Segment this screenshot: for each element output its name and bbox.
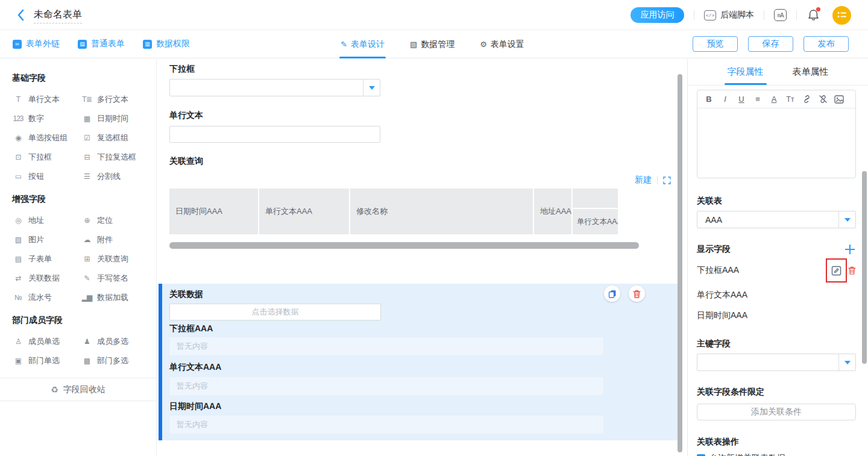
toolbar-left-item[interactable]: ▥ 数据权限 (143, 39, 190, 49)
field-library-item[interactable]: ☁ 附件 (81, 230, 149, 249)
field-type-icon: № (12, 293, 24, 302)
assoc-table-select[interactable]: AAA (697, 211, 856, 228)
field-library-item[interactable]: ◉ 单选按钮组 (12, 128, 81, 148)
code-icon: </> (704, 10, 716, 20)
field-library-item[interactable]: ◎ 地址 (12, 211, 81, 230)
field-library-item[interactable]: ✎ 手写签名 (81, 269, 149, 288)
field-library-item[interactable]: ♙ 成员单选 (12, 332, 81, 351)
save-button[interactable]: 保存 (748, 36, 793, 52)
notification-bell-button[interactable] (808, 9, 819, 21)
dropdown-caret-segment[interactable] (363, 80, 380, 96)
edit-icon[interactable] (831, 266, 841, 276)
select-caret-segment[interactable] (838, 354, 855, 370)
annotation-highlight-box (826, 258, 847, 283)
field-type-icon: T (12, 95, 24, 104)
form-title[interactable]: 未命名表单 (34, 9, 82, 23)
assoc-table-value: AAA (705, 215, 722, 225)
recycle-icon: ♻ (51, 385, 58, 395)
editor-content[interactable] (697, 108, 855, 178)
tab-form-settings[interactable]: ⚙ 表单设置 (480, 30, 524, 58)
underline-icon[interactable]: U (734, 95, 749, 104)
field-library-item[interactable]: 123 数字 (12, 109, 81, 128)
field-library-sidebar: 基础字段 T 单行文本 T≣ 多行文本 (0, 59, 157, 456)
backend-script-button[interactable]: </> 后端脚本 (704, 10, 754, 20)
separator (764, 10, 764, 20)
avatar[interactable] (832, 6, 851, 25)
assoc-data-field-card[interactable]: 关联数据 点击选择数据 下拉框AAA 暂无内容 单 (159, 284, 678, 440)
font-color-icon[interactable]: A (766, 95, 782, 104)
data-picker-input[interactable]: 点击选择数据 (169, 304, 381, 320)
separator (657, 176, 658, 184)
toolbar-left-item[interactable]: ▤ 普通表单 (78, 39, 125, 49)
field-type-icon: ◎ (12, 216, 24, 225)
table-column-header: 单行文本AAA (573, 209, 618, 234)
align-icon[interactable]: ≡ (750, 95, 766, 104)
italic-icon[interactable]: I (717, 95, 733, 104)
field-library-item[interactable]: ▤ 子表单 (12, 249, 81, 269)
field-type-icon: 123 (12, 114, 24, 123)
image-icon[interactable] (831, 95, 847, 104)
field-library-item[interactable]: ▧ 图片 (12, 230, 81, 249)
select-caret-segment[interactable] (838, 211, 855, 228)
field-library-item[interactable]: ♟ 成员多选 (81, 332, 149, 351)
field-library-item[interactable]: T≣ 多行文本 (81, 90, 149, 109)
field-recycle-bin-button[interactable]: ♻ 字段回收站 (0, 378, 156, 401)
field-library-item[interactable]: ☰ 分割线 (81, 167, 149, 186)
add-condition-button[interactable]: 添加关联条件 (697, 404, 856, 420)
table-column-header: 修改名称 (350, 189, 534, 234)
field-type-icon: ☑ (81, 134, 93, 142)
chevron-down-icon (369, 86, 375, 90)
font-size-icon[interactable]: Tт (782, 95, 798, 104)
member-field-items: ♙ 成员单选 ♟ 成员多选 ▣ 部门单选 (12, 332, 156, 370)
link-icon[interactable] (799, 95, 814, 104)
toolbar-item-label: 普通表单 (91, 39, 125, 49)
field-library-item[interactable]: ⊞ 关联查询 (81, 249, 149, 269)
back-button[interactable] (17, 9, 24, 21)
delete-display-field-icon[interactable] (848, 266, 856, 275)
field-library-item[interactable]: ⊕ 定位 (81, 211, 149, 230)
publish-button[interactable]: 发布 (804, 36, 849, 52)
tab-form-design[interactable]: ✎ 表单设计 (341, 30, 385, 58)
field-library-item[interactable]: ▦ 日期时间 (81, 109, 149, 128)
copy-icon (608, 290, 617, 298)
dropdown-field-input[interactable] (169, 79, 380, 96)
text-field-label: 单行文本 (169, 110, 203, 121)
field-library-item[interactable]: ▂▆ 数据加载 (81, 288, 149, 307)
field-library-item[interactable]: ▣ 部门单选 (12, 351, 81, 370)
copy-field-button[interactable] (604, 286, 620, 302)
field-library-item[interactable]: ☑ 复选框组 (81, 128, 149, 148)
field-library-item[interactable]: ▭ 按钮 (12, 167, 81, 186)
table-horizontal-scrollbar[interactable] (169, 242, 639, 249)
field-library-item[interactable]: ⊟ 下拉复选框 (81, 148, 149, 167)
panel-vertical-scrollbar[interactable] (862, 171, 867, 364)
field-library-item[interactable]: ⇄ 关联数据 (12, 269, 81, 288)
app-access-button[interactable]: 应用访问 (631, 7, 684, 23)
expand-icon[interactable] (663, 176, 671, 184)
toolbar-left-item[interactable]: ∞ 表单外链 (13, 39, 60, 49)
form-design-icon: ✎ (341, 40, 347, 49)
field-library-item[interactable]: № 流水号 (12, 288, 81, 307)
address-book-icon[interactable]: ≡A (774, 9, 787, 21)
field-library-item[interactable]: T 单行文本 (12, 90, 81, 109)
field-library-item[interactable]: ▩ 部门多选 (81, 351, 149, 370)
new-record-link[interactable]: 新建 (635, 175, 652, 186)
rich-text-editor[interactable]: B I U ≡ A Tт (697, 90, 856, 178)
primary-key-select[interactable] (697, 354, 856, 371)
field-library-item[interactable]: ⊡ 下拉框 (12, 148, 81, 167)
tab-form-properties[interactable]: 表单属性 (793, 59, 829, 85)
text-field-input[interactable] (169, 126, 380, 143)
tab-data-management[interactable]: ▧ 数据管理 (410, 30, 454, 58)
preview-button[interactable]: 预览 (693, 36, 738, 52)
field-type-icon: ▂▆ (81, 293, 93, 302)
canvas-vertical-scrollbar[interactable] (678, 74, 682, 452)
delete-field-button[interactable] (629, 286, 645, 302)
unlink-icon[interactable] (815, 95, 831, 104)
tab-field-properties[interactable]: 字段属性 (728, 59, 764, 85)
form-designer-app: 未命名表单 应用访问 </> 后端脚本 ≡A (0, 0, 868, 456)
add-display-field-button[interactable] (844, 243, 856, 255)
separator (796, 10, 797, 20)
assoc-query-label: 关联查询 (169, 156, 203, 167)
chevron-down-icon (844, 218, 851, 222)
bold-icon[interactable]: B (701, 95, 717, 104)
toolbar-item-label: 表单外链 (26, 39, 60, 49)
